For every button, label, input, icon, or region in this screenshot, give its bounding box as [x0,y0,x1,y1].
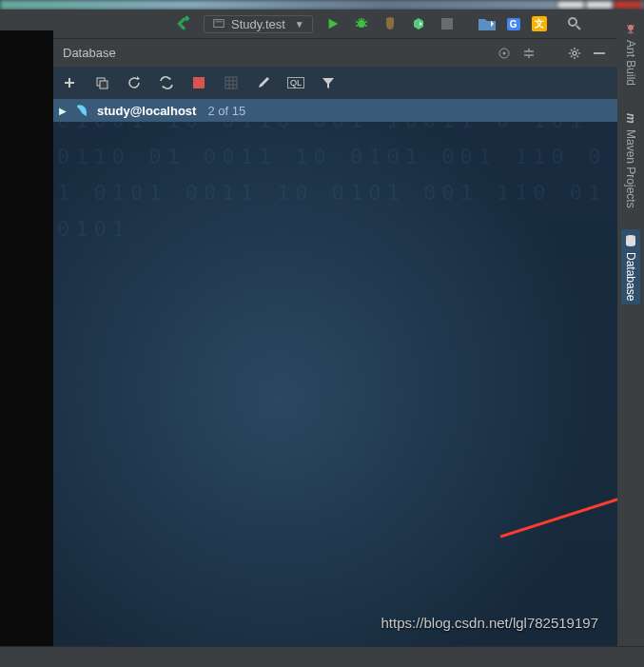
profiler-icon[interactable] [410,15,427,32]
debug-icon[interactable] [353,15,370,32]
run-icon[interactable] [324,15,342,32]
datasource-count: 2 of 15 [207,104,245,118]
run-config-label: Study.test [231,17,285,31]
svg-point-3 [358,20,365,28]
filter-icon[interactable] [320,74,337,91]
scroll-from-source-icon[interactable] [496,45,513,62]
run-config-selector[interactable]: Study.test ▼ [204,15,313,33]
add-datasource-icon[interactable] [61,74,78,91]
main-toolbar: Study.test ▼ G 文 [53,10,617,38]
svg-rect-4 [441,18,453,29]
svg-rect-1 [214,20,224,28]
coverage-icon[interactable] [381,15,399,32]
svg-rect-11 [100,81,107,88]
ant-icon [623,21,638,36]
run-config-icon [212,17,225,30]
expand-icon[interactable]: ▶ [59,106,67,116]
database-tab-label: Database [624,252,637,301]
database-icon [623,233,638,248]
database-tree[interactable]: ▶ study@localhost 2 of 15 https://blog.c… [53,99,617,646]
database-panel-header: Database [53,38,617,67]
panel-title: Database [63,46,488,60]
close-window-button[interactable] [614,0,642,10]
svg-point-15 [626,235,635,239]
datasource-name: study@localhost [97,104,196,118]
svg-line-13 [500,485,617,537]
duplicate-icon[interactable] [93,74,110,91]
right-tool-tabs: Ant Build m Maven Projects Database [617,10,644,646]
build-icon[interactable] [175,15,192,32]
sync-icon[interactable] [158,74,175,91]
refresh-icon[interactable] [126,74,143,91]
hide-panel-icon[interactable] [591,45,608,62]
split-icon[interactable] [520,45,537,62]
svg-rect-12 [225,77,237,88]
attach-project-icon[interactable] [478,15,496,32]
svg-point-14 [628,25,634,30]
maven-icon: m [623,110,638,126]
gear-icon[interactable] [566,45,583,62]
database-toolbar: QL [53,67,617,99]
maven-tab-label: Maven Projects [624,129,637,208]
table-view-icon[interactable] [223,74,240,91]
svg-point-7 [503,51,506,54]
stop-db-icon[interactable] [190,74,207,91]
svg-point-5 [569,18,576,26]
ant-tab-label: Ant Build [624,40,637,86]
console-icon[interactable]: QL [287,74,304,91]
edit-icon[interactable] [255,74,272,91]
left-gutter [0,10,53,646]
chevron-down-icon: ▼ [295,19,304,29]
window-titlebar-blur [0,0,644,10]
translate-orange-icon[interactable]: 文 [532,16,547,31]
mysql-icon [74,103,89,118]
svg-point-8 [573,51,576,55]
ant-build-tab[interactable]: Ant Build [621,17,640,89]
watermark: https://blog.csdn.net/lgl782519197 [381,615,598,631]
annotation-arrow [500,480,617,546]
maximize-button[interactable] [585,0,614,10]
window-buttons [556,0,642,10]
datasource-row[interactable]: ▶ study@localhost 2 of 15 [53,99,617,122]
database-tab[interactable]: Database [621,229,640,304]
translate-blue-icon[interactable]: G [507,18,520,30]
stop-icon[interactable] [439,15,456,32]
maven-projects-tab[interactable]: m Maven Projects [621,107,640,212]
minimize-button[interactable] [556,0,585,10]
search-icon[interactable] [566,15,583,32]
svg-rect-9 [594,52,605,54]
svg-rect-2 [216,21,223,22]
status-bar [0,646,644,667]
